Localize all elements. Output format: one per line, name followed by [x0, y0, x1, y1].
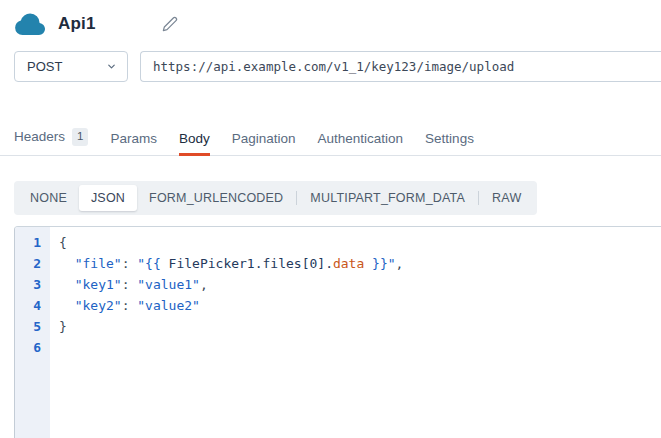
body-type-selector: NONEJSONFORM_URLENCODEDMULTIPART_FORM_DA…: [14, 181, 537, 215]
tab-label: Body: [179, 131, 210, 146]
code-token: "value2": [137, 298, 200, 313]
code-token: "key1": [75, 277, 122, 292]
api-header: Api1: [0, 0, 661, 42]
code-token: "value1": [137, 277, 200, 292]
code-line[interactable]: "file": "{{ FilePicker1.files[0].data }}…: [59, 253, 661, 274]
code-token: ,: [200, 277, 208, 292]
code-line[interactable]: }: [59, 316, 661, 337]
tab-headers[interactable]: Headers1: [14, 124, 88, 156]
request-tabs: Headers1ParamsBodyPaginationAuthenticati…: [0, 124, 661, 156]
tab-badge: 1: [72, 128, 88, 146]
tab-label: Pagination: [232, 131, 296, 146]
body-type-option-raw[interactable]: RAW: [480, 185, 533, 211]
method-select[interactable]: POST: [14, 51, 128, 82]
code-token: ,: [396, 256, 404, 271]
line-number: 1: [15, 232, 50, 253]
code-token: }}": [364, 256, 395, 271]
json-body-editor[interactable]: 123456 { "file": "{{ FilePicker1.files[0…: [14, 226, 661, 438]
code-area[interactable]: { "file": "{{ FilePicker1.files[0].data …: [50, 227, 661, 438]
body-type-option-none[interactable]: NONE: [18, 185, 79, 211]
code-token: :: [122, 298, 138, 313]
body-type-option-multipart_form_data[interactable]: MULTIPART_FORM_DATA: [298, 185, 477, 211]
line-number: 4: [15, 295, 50, 316]
body-type-option-form_urlencoded[interactable]: FORM_URLENCODED: [137, 185, 295, 211]
segment-divider: [478, 191, 479, 205]
line-number: 6: [15, 337, 50, 358]
code-token: [59, 277, 75, 292]
tab-params[interactable]: Params: [110, 127, 157, 156]
code-token: :: [122, 256, 138, 271]
code-token: }: [59, 319, 67, 334]
tab-label: Settings: [425, 131, 474, 146]
code-token: FilePicker1.files[0].: [169, 256, 333, 271]
code-token: data: [333, 256, 364, 271]
tab-pagination[interactable]: Pagination: [232, 127, 296, 156]
tab-authentication[interactable]: Authentication: [318, 127, 404, 156]
code-token: "key2": [75, 298, 122, 313]
code-token: {: [59, 235, 67, 250]
code-token: [59, 256, 75, 271]
line-number: 3: [15, 274, 50, 295]
request-row: POST: [14, 51, 661, 82]
api-title: Api1: [58, 14, 96, 34]
edit-title-button[interactable]: [160, 14, 180, 34]
method-value: POST: [27, 59, 62, 74]
code-token: [59, 298, 75, 313]
code-line[interactable]: "key2": "value2": [59, 295, 661, 316]
line-number: 5: [15, 316, 50, 337]
line-number-gutter: 123456: [15, 227, 50, 438]
chevron-down-icon: [106, 61, 117, 72]
segment-divider: [296, 191, 297, 205]
cloud-icon: [14, 11, 46, 37]
code-token: :: [122, 277, 138, 292]
code-token: "{{: [137, 256, 168, 271]
url-input[interactable]: [140, 51, 661, 82]
body-type-option-json[interactable]: JSON: [79, 185, 137, 211]
tab-label: Headers: [14, 129, 65, 144]
code-token: "file": [75, 256, 122, 271]
line-number: 2: [15, 253, 50, 274]
code-line[interactable]: [59, 337, 661, 358]
tab-label: Authentication: [318, 131, 404, 146]
tab-settings[interactable]: Settings: [425, 127, 474, 156]
pencil-icon: [162, 16, 178, 32]
code-line[interactable]: "key1": "value1",: [59, 274, 661, 295]
tab-body[interactable]: Body: [179, 127, 210, 156]
code-line[interactable]: {: [59, 232, 661, 253]
tab-label: Params: [110, 131, 157, 146]
